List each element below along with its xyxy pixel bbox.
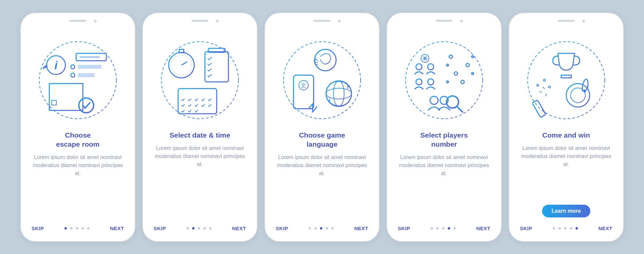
dot [320, 227, 322, 230]
dot [87, 227, 90, 230]
svg-point-75 [548, 86, 550, 88]
dot [331, 227, 334, 230]
onboarding-screen-1: i Chooseescape room Lorem ipsum dolor si… [21, 13, 135, 241]
skip-button[interactable]: SKIP [276, 225, 288, 231]
svg-point-41 [333, 81, 344, 106]
svg-text:i: i [54, 59, 58, 71]
next-button[interactable]: NEXT [598, 225, 612, 231]
dot [209, 227, 212, 230]
svg-point-44 [428, 64, 434, 70]
skip-button[interactable]: SKIP [520, 225, 532, 231]
svg-rect-66 [561, 75, 571, 78]
svg-point-60 [430, 96, 438, 104]
dot [76, 227, 78, 230]
onboarding-screen-4: Select playersnumber Lorem ipsum dolor s… [387, 13, 501, 241]
svg-point-14 [79, 98, 94, 113]
next-button[interactable]: NEXT [110, 225, 124, 231]
svg-rect-4 [79, 56, 100, 58]
svg-line-19 [181, 62, 187, 65]
svg-rect-72 [532, 100, 546, 117]
svg-point-46 [428, 79, 434, 85]
svg-rect-27 [178, 89, 217, 114]
dot [453, 227, 456, 230]
dot [326, 227, 328, 230]
next-button[interactable]: NEXT [476, 225, 490, 231]
screen-description: Lorem ipsum dolor sit amet nominavi mode… [151, 144, 249, 217]
page-indicator [309, 227, 334, 230]
dot [309, 227, 311, 230]
svg-point-74 [543, 79, 545, 81]
svg-point-7 [71, 73, 75, 77]
bottom-nav: SKIP NEXT [273, 225, 371, 231]
dot [192, 227, 195, 230]
dot [431, 227, 433, 230]
svg-point-49 [449, 55, 452, 58]
svg-rect-13 [52, 100, 56, 105]
screen-description: Lorem ipsum dolor sit amet nominavi mode… [395, 153, 493, 217]
bottom-nav: SKIP NEXT [151, 225, 249, 231]
dot [64, 227, 67, 230]
svg-rect-21 [205, 52, 228, 82]
screen-description: Lorem ipsum dolor sit amet nominavi mode… [273, 153, 371, 217]
screen-title: Come and win [542, 131, 590, 140]
language-icon: 文 [275, 33, 369, 127]
dot [564, 227, 567, 230]
svg-rect-17 [179, 49, 184, 53]
escape-room-icon: i [31, 33, 125, 127]
skip-button[interactable]: SKIP [398, 225, 410, 231]
bottom-nav: SKIP NEXT [517, 225, 615, 231]
players-icon [397, 33, 491, 127]
dot [204, 227, 206, 230]
svg-point-5 [71, 65, 75, 69]
dot [82, 227, 84, 230]
screen-title: Select playersnumber [420, 131, 468, 149]
skip-button[interactable]: SKIP [32, 225, 44, 231]
bottom-nav: SKIP NEXT [395, 225, 493, 231]
svg-point-58 [461, 80, 464, 84]
dot [576, 227, 578, 230]
dot [570, 227, 572, 230]
dot [198, 227, 200, 230]
dot [436, 227, 439, 230]
next-button[interactable]: NEXT [232, 225, 246, 231]
svg-point-15 [161, 42, 238, 119]
dot [553, 227, 555, 230]
dot [558, 227, 561, 230]
dot [448, 227, 450, 230]
dot [442, 227, 444, 230]
svg-text:文: 文 [301, 83, 306, 88]
page-indicator [553, 227, 578, 230]
learn-more-button[interactable]: Learn more [542, 205, 590, 217]
screen-title: Choose gamelanguage [299, 131, 345, 149]
svg-rect-8 [78, 73, 95, 77]
bottom-nav: SKIP NEXT [29, 225, 127, 231]
onboarding-screen-3: 文 Choose gamelanguage Lorem ipsum dolor … [265, 13, 379, 241]
svg-rect-6 [78, 65, 101, 69]
onboarding-screen-2: Select date & time Lorem ipsum dolor sit… [143, 13, 257, 241]
page-indicator [186, 227, 212, 230]
dot [186, 227, 189, 230]
page-indicator [431, 227, 456, 230]
win-icon [519, 33, 613, 127]
svg-point-73 [537, 84, 539, 86]
svg-point-45 [416, 79, 422, 85]
page-indicator [64, 227, 90, 230]
dot [70, 227, 72, 230]
skip-button[interactable]: SKIP [154, 225, 166, 231]
screen-title: Select date & time [170, 131, 230, 140]
svg-line-63 [457, 106, 463, 112]
onboarding-screen-5: Come and win Lorem ipsum dolor sit amet … [509, 13, 623, 241]
date-time-icon [153, 33, 247, 127]
svg-point-40 [326, 88, 352, 99]
svg-point-52 [466, 63, 469, 67]
svg-point-43 [416, 64, 422, 70]
next-button[interactable]: NEXT [354, 225, 368, 231]
screen-description: Lorem ipsum dolor sit amet nominavi mode… [29, 153, 127, 217]
dot [314, 227, 317, 230]
svg-point-32 [315, 49, 336, 71]
screen-title: Chooseescape room [56, 131, 100, 149]
svg-point-71 [583, 90, 586, 92]
screen-description: Lorem ipsum dolor sit amet nominavi mode… [517, 144, 615, 198]
svg-point-31 [283, 42, 361, 119]
svg-point-55 [454, 72, 458, 75]
